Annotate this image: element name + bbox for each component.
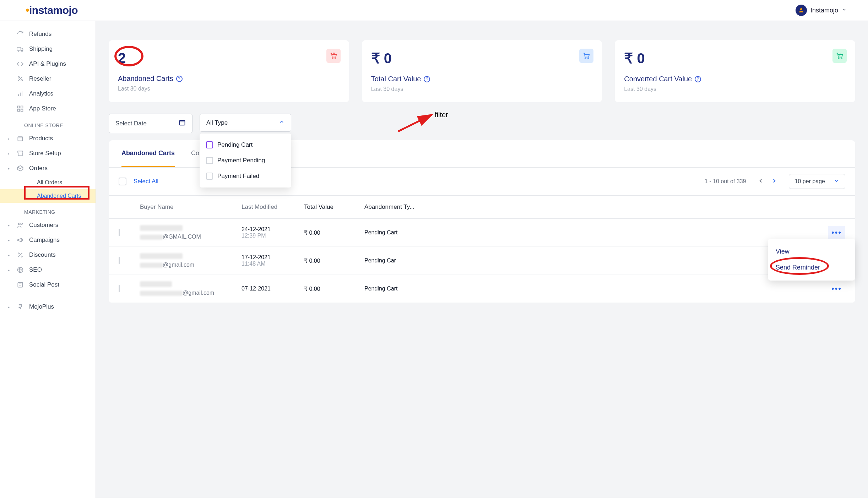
pager xyxy=(756,176,779,187)
nav-label: Products xyxy=(29,135,53,142)
buyer-name xyxy=(140,281,242,288)
nav-label: Reseller xyxy=(29,75,51,82)
nav-mojoplus[interactable]: ▸ MojoPlus xyxy=(0,299,96,314)
truck-icon xyxy=(16,45,24,53)
nav-label: Customers xyxy=(29,222,58,229)
sidebar: Refunds Shipping API & Plugins Reseller … xyxy=(0,21,96,498)
stat-abandoned: 2 Abandoned Carts ? Last 30 days xyxy=(109,40,349,102)
nav-seo[interactable]: ▸ SEO xyxy=(0,262,96,277)
nav-analytics[interactable]: Analytics xyxy=(0,86,96,101)
nav-all-orders[interactable]: All Orders xyxy=(0,176,96,189)
type-option-payment-pending[interactable]: Payment Pending xyxy=(200,153,291,168)
col-value-header: Total Value xyxy=(304,203,364,211)
tag-icon xyxy=(16,135,24,142)
row-action-menu: View Send Reminder xyxy=(768,239,855,281)
nav-social-post[interactable]: Social Post xyxy=(0,277,96,292)
table-header: Buyer Name Last Modified Total Value Aba… xyxy=(109,196,855,219)
app-header: •instamojo Instamojo xyxy=(0,0,868,21)
checkbox[interactable] xyxy=(206,141,213,148)
tab-abandoned[interactable]: Abandoned Carts xyxy=(121,140,175,167)
action-view[interactable]: View xyxy=(768,244,855,260)
stat-value: ₹ 0 xyxy=(624,50,846,66)
calendar-icon xyxy=(179,119,186,128)
nav-store-setup[interactable]: ▸ Store Setup xyxy=(0,146,96,161)
svg-point-0 xyxy=(800,8,802,10)
row-type: Pending Cart xyxy=(364,229,435,236)
per-page-select[interactable]: 10 per page xyxy=(789,174,845,189)
row-checkbox[interactable] xyxy=(119,229,120,236)
filter-label: Select Date xyxy=(115,120,147,127)
row-actions-button[interactable]: ••• xyxy=(828,282,845,295)
stats-row: 2 Abandoned Carts ? Last 30 days ₹ 0 Tot… xyxy=(109,40,855,102)
nav-orders[interactable]: ▾ Orders xyxy=(0,161,96,176)
nav-campaigns[interactable]: ▸ Campaigns xyxy=(0,233,96,248)
col-modified-header: Last Modified xyxy=(242,203,304,211)
stat-label: Converted Cart Value ? xyxy=(624,75,846,83)
nav-label: App Store xyxy=(29,105,56,112)
store-icon xyxy=(16,150,24,157)
nav-reseller[interactable]: Reseller xyxy=(0,71,96,86)
row-checkbox[interactable] xyxy=(119,257,120,264)
nav-api[interactable]: API & Plugins xyxy=(0,56,96,71)
page-count: 1 - 10 out of 339 xyxy=(705,178,746,185)
svg-line-36 xyxy=(398,115,432,131)
svg-point-6 xyxy=(21,80,22,81)
nav-discounts[interactable]: ▸ Discounts xyxy=(0,248,96,262)
checkbox[interactable] xyxy=(119,178,126,185)
type-dropdown: Pending Cart Payment Pending Payment Fai… xyxy=(200,134,291,188)
stat-sub: Last 30 days xyxy=(624,86,846,92)
svg-point-19 xyxy=(18,253,19,254)
svg-point-28 xyxy=(585,58,586,59)
buyer-email: @GMAIL.COM xyxy=(140,234,242,240)
svg-rect-11 xyxy=(21,106,23,108)
section-marketing: MARKETING xyxy=(0,203,96,218)
percent-icon xyxy=(16,251,24,259)
type-option-payment-failed[interactable]: Payment Failed xyxy=(200,168,291,184)
percent-icon xyxy=(16,75,24,83)
svg-rect-14 xyxy=(18,137,22,141)
row-type: Pending Car xyxy=(364,257,435,264)
help-icon[interactable]: ? xyxy=(695,76,701,82)
type-option-pending-cart[interactable]: Pending Cart xyxy=(200,137,291,153)
main-content: 2 Abandoned Carts ? Last 30 days ₹ 0 Tot… xyxy=(96,21,868,498)
nav-appstore[interactable]: App Store xyxy=(0,101,96,116)
action-send-reminder[interactable]: Send Reminder xyxy=(768,260,855,276)
svg-rect-10 xyxy=(18,106,20,108)
stat-sub: Last 30 days xyxy=(371,86,593,92)
nav-label: SEO xyxy=(29,266,42,273)
nav-shipping[interactable]: Shipping xyxy=(0,42,96,56)
cart-abandon-icon xyxy=(326,49,341,63)
svg-point-5 xyxy=(18,77,20,78)
checkbox[interactable] xyxy=(206,157,213,164)
filters-row: Select Date All Type Pending Cart Paymen… xyxy=(109,114,855,133)
svg-rect-13 xyxy=(21,109,23,112)
table-row: @gmail.com 17-12-2021 11:48 AM ₹ 0.00 Pe… xyxy=(109,247,855,275)
buyer-name xyxy=(140,225,242,232)
svg-point-27 xyxy=(335,58,336,59)
select-all[interactable]: Select All xyxy=(119,178,158,185)
cart-icon xyxy=(579,49,593,63)
code-icon xyxy=(16,60,24,68)
user-menu[interactable]: Instamojo xyxy=(796,5,847,16)
nav-customers[interactable]: ▸ Customers xyxy=(0,218,96,233)
nav-refunds[interactable]: Refunds xyxy=(0,27,96,42)
caret-right-icon: ▸ xyxy=(8,223,11,227)
row-checkbox[interactable] xyxy=(119,285,120,292)
caret-right-icon: ▸ xyxy=(8,152,11,156)
row-value: ₹ 0.00 xyxy=(304,286,364,292)
cart-check-icon xyxy=(832,49,847,63)
nav-abandoned-carts[interactable]: Abandoned Carts xyxy=(0,189,96,203)
date-filter[interactable]: Select Date xyxy=(109,114,192,133)
svg-point-3 xyxy=(21,50,22,51)
table-row: @GMAIL.COM 24-12-2021 12:39 PM ₹ 0.00 Pe… xyxy=(109,219,855,247)
row-actions-button[interactable]: ••• xyxy=(828,226,845,239)
next-page-button[interactable] xyxy=(770,176,779,187)
help-icon[interactable]: ? xyxy=(176,76,183,82)
checkbox[interactable] xyxy=(206,173,213,180)
type-filter[interactable]: All Type xyxy=(200,114,291,132)
buyer-email: @gmail.com xyxy=(140,290,242,296)
stat-total: ₹ 0 Total Cart Value ? Last 30 days xyxy=(362,40,602,102)
nav-products[interactable]: ▸ Products xyxy=(0,131,96,146)
prev-page-button[interactable] xyxy=(756,176,765,187)
help-icon[interactable]: ? xyxy=(424,76,430,82)
